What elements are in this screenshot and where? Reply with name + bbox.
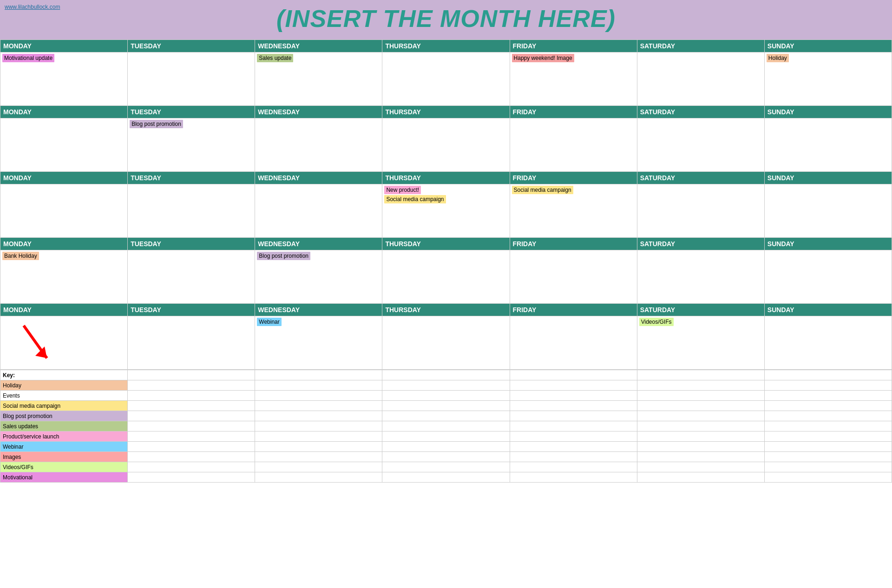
key-empty-53 xyxy=(637,452,764,462)
day-header-wednesday-4: WEDNESDAY xyxy=(255,238,382,250)
cell-w1-friday: Happy weekend! Image xyxy=(510,52,637,106)
cell-w5-wednesday: Webinar xyxy=(255,316,382,370)
day-header-friday-1: FRIDAY xyxy=(510,40,637,52)
key-label: Key: xyxy=(0,370,128,380)
day-header-friday-3: FRIDAY xyxy=(510,172,637,184)
day-header-friday-4: FRIDAY xyxy=(510,238,637,250)
key-empty-40 xyxy=(510,431,637,442)
key-empty-8 xyxy=(255,380,382,391)
event-happy-weekend: Happy weekend! Image xyxy=(512,54,574,62)
week-header-2: MONDAY TUESDAY WEDNESDAY THURSDAY FRIDAY… xyxy=(0,106,892,118)
key-empty-31 xyxy=(128,421,255,431)
key-row-product: Product/service launch xyxy=(0,431,892,442)
key-empty-5 xyxy=(637,370,764,380)
key-empty-48 xyxy=(764,442,892,452)
cell-w4-friday xyxy=(510,250,637,304)
cell-w2-friday xyxy=(510,118,637,172)
day-header-saturday-5: SATURDAY xyxy=(637,304,764,316)
cell-w1-thursday xyxy=(382,52,510,106)
key-empty-33 xyxy=(382,421,510,431)
event-social-media-fri: Social media campaign xyxy=(512,186,573,194)
day-header-monday-3: MONDAY xyxy=(0,172,128,184)
key-table: Key: Holiday Events Social xyxy=(0,370,892,483)
day-header-wednesday-2: WEDNESDAY xyxy=(255,106,382,118)
cell-w5-monday xyxy=(0,316,128,370)
key-empty-41 xyxy=(637,431,764,442)
key-empty-32 xyxy=(255,421,382,431)
cell-w1-saturday xyxy=(637,52,764,106)
day-header-thursday-1: THURSDAY xyxy=(382,40,510,52)
day-header-monday-2: MONDAY xyxy=(0,106,128,118)
week-row-4: Bank Holiday Blog post promotion xyxy=(0,250,892,304)
key-item-holiday: Holiday xyxy=(0,380,128,391)
key-empty-58 xyxy=(510,462,637,472)
website-link: www.lilachbullock.com xyxy=(5,4,60,10)
day-header-tuesday-1: TUESDAY xyxy=(128,40,255,52)
day-header-sunday-2: SUNDAY xyxy=(764,106,892,118)
day-header-saturday-3: SATURDAY xyxy=(637,172,764,184)
key-empty-29 xyxy=(637,411,764,421)
cell-w4-thursday xyxy=(382,250,510,304)
day-header-sunday-1: SUNDAY xyxy=(764,40,892,52)
key-empty-62 xyxy=(255,472,382,483)
day-header-sunday-4: SUNDAY xyxy=(764,238,892,250)
key-empty-14 xyxy=(255,391,382,401)
key-empty-64 xyxy=(510,472,637,483)
key-empty-13 xyxy=(128,391,255,401)
key-empty-4 xyxy=(510,370,637,380)
key-empty-45 xyxy=(382,442,510,452)
key-empty-49 xyxy=(128,452,255,462)
key-item-images: Images xyxy=(0,452,128,462)
week-header-5: MONDAY TUESDAY WEDNESDAY THURSDAY FRIDAY… xyxy=(0,304,892,316)
cell-w4-saturday xyxy=(637,250,764,304)
cell-w2-sunday xyxy=(764,118,892,172)
cell-w4-monday: Bank Holiday xyxy=(0,250,128,304)
key-empty-22 xyxy=(510,401,637,411)
key-item-events: Events xyxy=(0,391,128,401)
key-empty-12 xyxy=(764,380,892,391)
key-empty-18 xyxy=(764,391,892,401)
key-row-motivational: Motivational xyxy=(0,472,892,483)
key-empty-10 xyxy=(510,380,637,391)
cell-w2-saturday xyxy=(637,118,764,172)
key-item-product: Product/service launch xyxy=(0,431,128,442)
key-item-webinar: Webinar xyxy=(0,442,128,452)
cell-w5-saturday: Videos/GIFs xyxy=(637,316,764,370)
key-item-social-media: Social media campaign xyxy=(0,401,128,411)
key-empty-34 xyxy=(510,421,637,431)
week-row-2: Blog post promotion xyxy=(0,118,892,172)
event-new-product: New product! xyxy=(384,186,421,194)
key-empty-50 xyxy=(255,452,382,462)
event-social-media-thu: Social media campaign xyxy=(384,195,446,203)
cell-w2-tuesday: Blog post promotion xyxy=(128,118,255,172)
day-header-sunday-3: SUNDAY xyxy=(764,172,892,184)
cell-w1-monday: Motivational update xyxy=(0,52,128,106)
key-empty-52 xyxy=(510,452,637,462)
cell-w5-tuesday xyxy=(128,316,255,370)
key-empty-30 xyxy=(764,411,892,421)
key-empty-36 xyxy=(764,421,892,431)
key-empty-6 xyxy=(764,370,892,380)
key-row-events: Events xyxy=(0,391,892,401)
day-header-friday-5: FRIDAY xyxy=(510,304,637,316)
key-item-sales: Sales updates xyxy=(0,421,128,431)
day-header-tuesday-3: TUESDAY xyxy=(128,172,255,184)
day-header-friday-2: FRIDAY xyxy=(510,106,637,118)
key-empty-44 xyxy=(255,442,382,452)
cell-w2-monday xyxy=(0,118,128,172)
day-header-saturday-1: SATURDAY xyxy=(637,40,764,52)
event-webinar: Webinar xyxy=(257,318,281,326)
key-row-blog: Blog post promotion xyxy=(0,411,892,421)
key-item-videos: Videos/GIFs xyxy=(0,462,128,472)
key-row-social: Social media campaign xyxy=(0,401,892,411)
key-empty-63 xyxy=(382,472,510,483)
event-blog-post-1: Blog post promotion xyxy=(130,120,183,128)
week-header-3: MONDAY TUESDAY WEDNESDAY THURSDAY FRIDAY… xyxy=(0,172,892,184)
cell-w3-saturday xyxy=(637,184,764,238)
day-header-wednesday-3: WEDNESDAY xyxy=(255,172,382,184)
day-header-monday-5: MONDAY xyxy=(0,304,128,316)
cell-w3-sunday xyxy=(764,184,892,238)
key-empty-60 xyxy=(764,462,892,472)
day-header-tuesday-2: TUESDAY xyxy=(128,106,255,118)
key-empty-23 xyxy=(637,401,764,411)
